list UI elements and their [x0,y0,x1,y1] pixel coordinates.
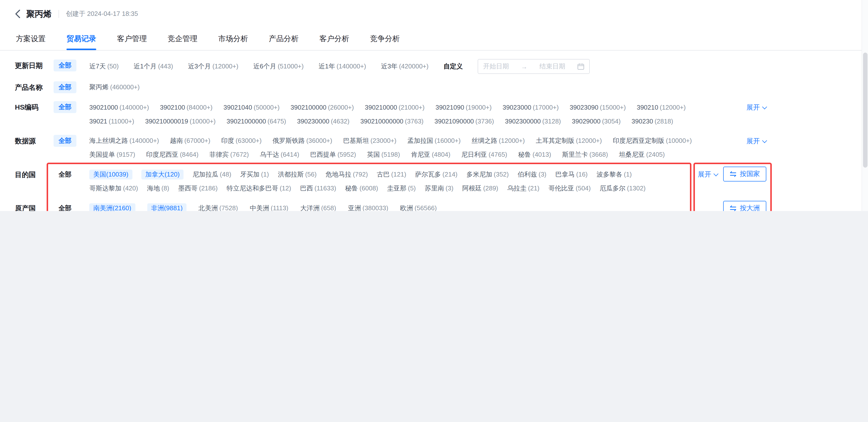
filter-option[interactable]: 近7天(50) [89,62,119,71]
filter-option[interactable]: 390210000000(3763) [360,117,424,125]
filter-option[interactable]: 390210(12000+) [637,103,686,111]
filter-option[interactable]: 菲律宾(7672) [209,150,249,159]
filter-option[interactable]: 英国(5198) [367,150,400,159]
filter-option[interactable]: 乌拉圭(21) [507,184,539,193]
filter-option[interactable]: 3902300000(3128) [505,117,561,125]
filter-option[interactable]: 39021000000(6475) [227,117,286,125]
filter-option[interactable]: 中美洲(1113) [250,204,288,211]
filter-option[interactable]: 巴西提单(5952) [310,150,356,159]
filter-option[interactable]: 390210000(21000+) [365,103,425,111]
filter-option[interactable]: 危地马拉(792) [326,170,368,179]
tab-方案设置[interactable]: 方案设置 [16,28,45,50]
filter-option[interactable]: 巴拿马(16) [555,170,588,179]
filter-option[interactable]: 南美洲(2160) [89,203,135,211]
tab-市场分析[interactable]: 市场分析 [218,28,248,50]
filter-option[interactable]: 墨西哥(2186) [178,184,218,193]
filter-option[interactable]: 哥伦比亚(504) [548,184,591,193]
filter-option[interactable]: 越南(67000+) [170,136,210,145]
filter-option[interactable]: 近3年(420000+) [381,62,429,71]
filter-option[interactable]: 土耳其定制版(12000+) [536,136,602,145]
filter-option[interactable]: 近6个月(51000+) [253,62,304,71]
expand-link-hs-code[interactable]: 展开 [746,103,766,112]
tab-竞争分析[interactable]: 竞争分析 [370,28,400,50]
filter-option[interactable]: 特立尼达和多巴哥(12) [227,184,291,193]
filter-option[interactable]: 非洲(9881) [147,203,186,211]
filter-option[interactable]: 美国(10039) [89,170,132,180]
filter-option[interactable]: 圭亚那(5) [387,184,416,193]
filter-option[interactable]: 坦桑尼亚(2405) [619,150,665,159]
filter-all-option[interactable]: 全部 [54,101,76,113]
scrollbar[interactable] [862,0,868,211]
filter-option[interactable]: 苏里南(3) [425,184,454,193]
filter-option[interactable]: 39029000(3054) [572,117,621,125]
filter-option[interactable]: 海上丝绸之路(140000+) [89,136,159,145]
filter-option[interactable]: 孟加拉国(16000+) [407,136,461,145]
filter-option[interactable]: 印度尼西亚定制版(10000+) [613,136,692,145]
filter-option[interactable]: 海地(8) [147,184,169,193]
filter-option[interactable]: 近1年(140000+) [318,62,366,71]
filter-option[interactable]: 39023090(15000+) [570,103,626,111]
filter-option[interactable]: 巴西(11633) [300,184,336,193]
filter-option[interactable]: 近1个月(443) [134,62,173,71]
filter-option[interactable]: 尼日利亚(4765) [461,150,507,159]
filter-option[interactable]: 39021090000(3736) [434,117,494,125]
filter-option[interactable]: 北美洲(7528) [198,204,238,211]
filter-option[interactable]: 39021000(140000+) [89,103,149,111]
filter-option[interactable]: 厄瓜多尔(1302) [600,184,646,193]
filter-option[interactable]: 390230(2818) [632,117,673,125]
filter-option[interactable]: 大洋洲(658) [300,204,336,211]
filter-option[interactable]: 390230000(4632) [297,117,349,125]
filter-option[interactable]: 乌干达(6414) [260,150,299,159]
filter-all-option[interactable]: 全部 [54,202,76,211]
filter-option[interactable]: 牙买加(1) [240,170,269,179]
scrollbar-thumb[interactable] [863,53,868,168]
expand-link-data-source[interactable]: 展开 [746,137,766,146]
filter-option[interactable]: 印度(63000+) [221,136,261,145]
filter-custom-option[interactable]: 自定义 [443,62,463,71]
filter-option[interactable]: 亚洲(380033) [348,204,389,211]
filter-option[interactable]: 古巴(121) [377,170,406,179]
tab-竞企管理[interactable]: 竞企管理 [168,28,197,50]
filter-option[interactable]: 39021(11000+) [89,117,134,125]
filter-option[interactable]: 秘鲁(4013) [518,150,551,159]
filter-option[interactable]: 洪都拉斯(56) [278,170,316,179]
tab-客户管理[interactable]: 客户管理 [117,28,147,50]
filter-option[interactable]: 39021040(50000+) [223,103,280,111]
filter-option[interactable]: 欧洲(56566) [400,204,437,211]
filter-option[interactable]: 俄罗斯铁路(36000+) [273,136,332,145]
filter-all-option[interactable]: 全部 [54,81,76,93]
filter-option[interactable]: 3902100(84000+) [160,103,213,111]
filter-all-option[interactable]: 全部 [54,169,76,181]
filter-option[interactable]: 39021090(19000+) [435,103,492,111]
filter-option[interactable]: 哥斯达黎加(420) [89,184,138,193]
filter-option[interactable]: 加拿大(120) [142,170,184,180]
filter-option[interactable]: 肯尼亚(4804) [411,150,451,159]
filter-option[interactable]: 39023000(17000+) [502,103,559,111]
filter-option[interactable]: 斯里兰卡(3668) [562,150,608,159]
filter-option[interactable]: 390210000019(10000+) [145,117,216,125]
filter-option[interactable]: 萨尔瓦多(214) [415,170,458,179]
by-continent-toggle-button[interactable]: 按大洲 [723,201,766,211]
filter-option[interactable]: 波多黎各(1) [597,170,632,179]
filter-option[interactable]: 3902100000(26000+) [291,103,354,111]
by-country-toggle-button[interactable]: 按国家 [723,167,766,182]
filter-option[interactable]: 尼加拉瓜(48) [192,170,231,179]
filter-option[interactable]: 秘鲁(6008) [345,184,378,193]
tab-产品分析[interactable]: 产品分析 [269,28,299,50]
filter-option[interactable]: 阿根廷(289) [462,184,498,193]
filter-option[interactable]: 多米尼加(352) [466,170,509,179]
filter-option[interactable]: 美国提单(9157) [89,150,135,159]
filter-all-option[interactable]: 全部 [54,60,76,71]
filter-option[interactable]: 聚丙烯(460000+) [89,83,140,92]
filter-option[interactable]: 巴基斯坦(23000+) [343,136,397,145]
dest-country-expand-link[interactable]: 展开 [698,170,718,179]
filter-option[interactable]: 印度尼西亚(8464) [146,150,198,159]
back-button[interactable] [15,9,20,18]
date-range-picker[interactable]: 开始日期→结束日期 [478,59,590,74]
filter-all-option[interactable]: 全部 [54,135,76,147]
filter-option[interactable]: 丝绸之路(12000+) [471,136,525,145]
tab-客户分析[interactable]: 客户分析 [319,28,349,50]
tab-贸易记录[interactable]: 贸易记录 [66,28,96,50]
filter-option[interactable]: 伯利兹(3) [518,170,547,179]
filter-option[interactable]: 近3个月(12000+) [188,62,238,71]
